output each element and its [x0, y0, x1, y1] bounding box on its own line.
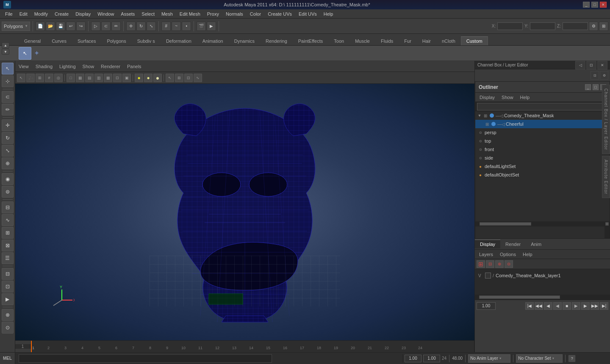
tb-lasso[interactable]: ⊂: [101, 22, 111, 31]
outliner-minimize[interactable]: _: [585, 84, 591, 90]
tool-sculpt[interactable]: ⊜: [2, 186, 14, 198]
layer-subtab-options[interactable]: Options: [497, 251, 518, 258]
tc-play-fwd[interactable]: ▶: [572, 302, 580, 310]
vp-icon-mode6[interactable]: ⊡: [113, 74, 122, 82]
menu-file[interactable]: File: [2, 11, 16, 17]
status-help-btn[interactable]: ?: [568, 355, 576, 362]
vp-menu-show[interactable]: Show: [83, 64, 94, 69]
tree-item-objset[interactable]: ● defaultObjectSet: [475, 171, 610, 179]
tool-misc1[interactable]: ⊗: [2, 309, 14, 321]
tool-render[interactable]: ⊡: [2, 281, 14, 292]
tool-move[interactable]: ✛: [2, 119, 14, 131]
cb-shrink-btn[interactable]: ◁: [575, 61, 585, 69]
menu-edit[interactable]: Edit: [16, 11, 31, 17]
shelf-tab-deformation[interactable]: Deformation: [161, 36, 197, 45]
outliner-menu-display[interactable]: Display: [477, 94, 497, 101]
vp-icon-curve-mode[interactable]: ∿: [194, 74, 202, 82]
menu-modify[interactable]: Modify: [31, 11, 51, 17]
command-input[interactable]: [19, 354, 272, 363]
layer-hscroll-thumb[interactable]: [479, 295, 560, 299]
menu-help[interactable]: Help: [320, 11, 337, 17]
z-coord[interactable]: [563, 22, 588, 30]
vp-icon-grid[interactable]: #: [45, 74, 53, 82]
vp-icon-layout[interactable]: ⊡: [184, 74, 193, 82]
vp-icon-3d[interactable]: ⊞: [175, 74, 183, 82]
rs-tab-channel-box[interactable]: Channel Box / Layer Editor: [602, 85, 610, 154]
cb-float-btn[interactable]: ⊡: [586, 61, 596, 69]
tool-rotate[interactable]: ↻: [2, 132, 14, 144]
vp-menu-shading[interactable]: Shading: [36, 64, 53, 69]
vp-menu-view[interactable]: View: [19, 64, 29, 69]
vp-icon-mode3[interactable]: ▤: [85, 74, 94, 82]
viewport-3d[interactable]: X Y: [15, 84, 474, 340]
x-coord[interactable]: [497, 22, 523, 30]
tc-go-start[interactable]: |◀: [525, 302, 534, 310]
shelf-tab-rendering[interactable]: Rendering: [260, 36, 293, 45]
tool-scale[interactable]: ⤡: [2, 145, 14, 157]
tb-ipr[interactable]: ▶: [207, 22, 216, 31]
y-coord[interactable]: [530, 22, 555, 30]
shelf-scroll-up[interactable]: ▲: [2, 42, 9, 48]
vp-icon-mode7[interactable]: ▣: [122, 74, 131, 82]
tool-universal[interactable]: ⊕: [2, 157, 14, 169]
layer-tb-remove[interactable]: ⊖: [505, 260, 513, 268]
vp-icon-mode1[interactable]: □: [67, 74, 75, 82]
outliner-vscroll-thumb[interactable]: [605, 222, 609, 226]
outliner-vscroll[interactable]: [604, 221, 610, 238]
tb-open[interactable]: 📂: [46, 22, 55, 31]
menu-color[interactable]: Color: [247, 11, 264, 17]
layer-tab-display[interactable]: Display: [475, 240, 500, 248]
tc-stop[interactable]: ■: [563, 302, 571, 310]
rp-attrib-btn[interactable]: ⊡: [591, 71, 599, 80]
tb-save[interactable]: 💾: [56, 22, 65, 31]
mode-dropdown[interactable]: Polygons ▼: [2, 22, 30, 31]
tool-ik[interactable]: ⊠: [2, 240, 14, 251]
layer-subtab-layers[interactable]: Layers: [477, 251, 496, 258]
timeline-ruler[interactable]: 1 2 3 4 5 6 7 8 9 10 11 12 13 14 15 16 1: [30, 341, 474, 353]
vp-icon-mode5[interactable]: ▩: [104, 74, 112, 82]
layer-item-mask[interactable]: V / Comedy_Theatre_Mask_layer1: [477, 271, 608, 280]
tb-undo[interactable]: ↩: [66, 22, 75, 31]
vp-icon-light2[interactable]: ●: [144, 74, 152, 82]
menu-proxy[interactable]: Proxy: [204, 11, 222, 17]
tree-item-persp[interactable]: ⊙ persp: [475, 128, 610, 137]
shelf-tab-hair[interactable]: Hair: [417, 36, 436, 45]
tb-paint[interactable]: ✏: [111, 22, 121, 31]
layer-tb-create[interactable]: ⊞: [477, 260, 485, 268]
menu-normals[interactable]: Normals: [222, 11, 247, 17]
shelf-tab-fluids[interactable]: Fluids: [375, 36, 399, 45]
menu-create-uvs[interactable]: Create UVs: [264, 11, 295, 17]
layer-tb-add[interactable]: ⊕: [495, 260, 504, 268]
tb-redo[interactable]: ↪: [76, 22, 86, 31]
menu-display[interactable]: Display: [72, 11, 94, 17]
tree-item-front[interactable]: ⊙ front: [475, 145, 610, 154]
tb-snap-curve[interactable]: ~: [172, 22, 181, 31]
vp-menu-lighting[interactable]: Lighting: [59, 64, 76, 69]
tool-joint[interactable]: ⊞: [2, 227, 14, 239]
menu-mesh[interactable]: Mesh: [158, 11, 176, 17]
tool-soft-mod[interactable]: ◉: [2, 173, 14, 185]
layer-hscroll[interactable]: [475, 295, 610, 300]
tool-skin[interactable]: ☰: [2, 252, 14, 264]
layer-tb-delete[interactable]: ⊟: [486, 260, 494, 268]
vp-icon-light1[interactable]: ●: [135, 74, 143, 82]
shelf-tab-curves[interactable]: Curves: [46, 36, 72, 45]
vp-menu-renderer[interactable]: Renderer: [101, 64, 120, 69]
outliner-search-input[interactable]: [477, 103, 608, 110]
outliner-maximize[interactable]: □: [593, 84, 599, 90]
tb-scale[interactable]: ⤡: [147, 22, 156, 31]
tc-prev-frame[interactable]: ◀: [544, 302, 552, 310]
menu-edit-mesh[interactable]: Edit Mesh: [176, 11, 204, 17]
rp-tool-btn[interactable]: ⚙: [600, 71, 608, 80]
vp-icon-cursor[interactable]: ↖: [166, 74, 174, 82]
menu-window[interactable]: Window: [94, 11, 117, 17]
tb-layout[interactable]: ⊞: [599, 22, 608, 31]
anim-layer-dropdown[interactable]: No Anim Layer: [468, 354, 510, 363]
menu-select[interactable]: Select: [138, 11, 158, 17]
char-set-dropdown[interactable]: No Character Set: [516, 354, 563, 363]
menu-create[interactable]: Create: [51, 11, 72, 17]
tc-go-end[interactable]: ▶|: [600, 302, 608, 310]
tc-step-fwd[interactable]: ▶▶: [591, 302, 599, 310]
vp-icon-mode4[interactable]: ▥: [94, 74, 103, 82]
shelf-tab-subdivs[interactable]: Subdiv s: [132, 36, 161, 45]
